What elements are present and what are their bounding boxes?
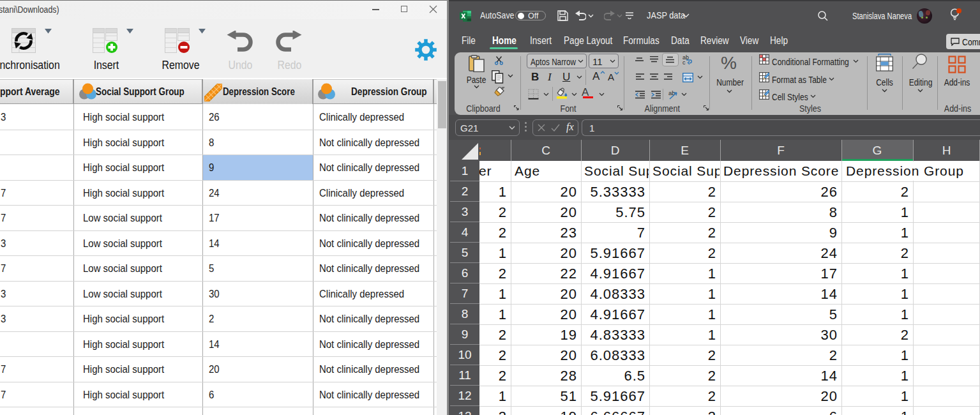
svg-text:c: c — [682, 59, 686, 65]
